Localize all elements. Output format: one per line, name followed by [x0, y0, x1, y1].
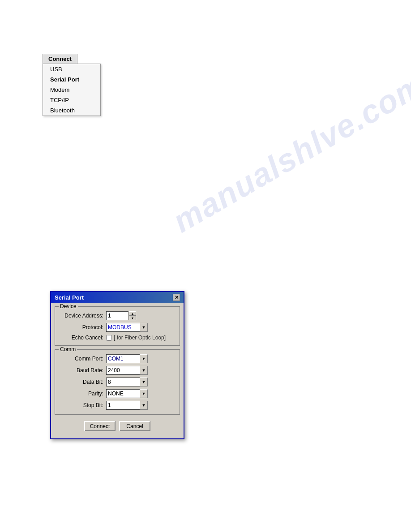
device-group: Device Device Address: ▲ ▼ Protocol: — [55, 306, 180, 346]
menu-item-bluetooth[interactable]: Bluetooth — [43, 105, 100, 116]
device-address-row: Device Address: ▲ ▼ — [59, 311, 176, 320]
watermark-text: manualshlve.com — [167, 66, 411, 240]
device-group-label: Device — [59, 303, 78, 309]
stop-bit-label: Stop Bit: — [59, 402, 103, 408]
stop-bit-row: Stop Bit: 1 2 ▼ — [59, 401, 176, 410]
echo-cancel-row: Echo Cancel: [ for Fiber Optic Loop] — [59, 335, 176, 341]
connect-menu: Connect USB Serial Port Modem TCP/IP Blu… — [43, 54, 101, 116]
baud-rate-select-wrapper: 1200 2400 4800 9600 19200 38400 ▼ — [106, 366, 148, 375]
dialog-close-button[interactable]: ✕ — [173, 294, 180, 301]
menu-item-usb[interactable]: USB — [43, 64, 100, 74]
comm-port-select[interactable]: COM1 COM2 COM3 COM4 — [106, 354, 148, 363]
echo-cancel-hint: [ for Fiber Optic Loop] — [114, 335, 166, 341]
echo-cancel-checkbox[interactable] — [106, 335, 112, 341]
comm-port-label: Comm Port: — [59, 356, 103, 362]
baud-rate-row: Baud Rate: 1200 2400 4800 9600 19200 384… — [59, 366, 176, 375]
comm-group: Comm Comm Port: COM1 COM2 COM3 COM4 ▼ — [55, 349, 180, 415]
echo-cancel-wrapper: [ for Fiber Optic Loop] — [106, 335, 166, 341]
spin-up-button[interactable]: ▲ — [129, 311, 136, 316]
parity-label: Parity: — [59, 390, 103, 397]
comm-group-label: Comm — [59, 346, 77, 352]
baud-rate-label: Baud Rate: — [59, 367, 103, 373]
dialog-content: Device Device Address: ▲ ▼ Protocol: — [51, 303, 184, 438]
dialog-titlebar: Serial Port ✕ — [51, 292, 184, 303]
spinbox-buttons: ▲ ▼ — [129, 311, 136, 320]
device-address-label: Device Address: — [59, 313, 103, 319]
menu-item-serial-port[interactable]: Serial Port — [43, 74, 100, 85]
spin-down-button[interactable]: ▼ — [129, 316, 136, 320]
protocol-label: Protocol: — [59, 324, 103, 330]
parity-select-wrapper: NONE EVEN ODD ▼ — [106, 389, 148, 398]
connect-menu-header[interactable]: Connect — [43, 54, 77, 64]
parity-select[interactable]: NONE EVEN ODD — [106, 389, 148, 398]
device-address-input[interactable] — [106, 311, 128, 320]
data-bit-select[interactable]: 7 8 — [106, 378, 148, 386]
dialog-title: Serial Port — [55, 294, 84, 301]
dialog-buttons: Connect Cancel — [55, 418, 180, 435]
connect-menu-dropdown: USB Serial Port Modem TCP/IP Bluetooth — [43, 64, 101, 116]
stop-bit-select[interactable]: 1 2 — [106, 401, 148, 410]
menu-item-tcpip[interactable]: TCP/IP — [43, 95, 100, 105]
data-bit-row: Data Bit: 7 8 ▼ — [59, 378, 176, 386]
connect-button[interactable]: Connect — [84, 421, 116, 431]
menu-item-modem[interactable]: Modem — [43, 85, 100, 95]
comm-port-row: Comm Port: COM1 COM2 COM3 COM4 ▼ — [59, 354, 176, 363]
parity-row: Parity: NONE EVEN ODD ▼ — [59, 389, 176, 398]
baud-rate-select[interactable]: 1200 2400 4800 9600 19200 38400 — [106, 366, 148, 375]
data-bit-select-wrapper: 7 8 ▼ — [106, 378, 148, 386]
protocol-select-wrapper: MODBUS DF1 DNP3 ▼ — [106, 323, 148, 332]
protocol-row: Protocol: MODBUS DF1 DNP3 ▼ — [59, 323, 176, 332]
cancel-button[interactable]: Cancel — [119, 421, 150, 431]
comm-port-select-wrapper: COM1 COM2 COM3 COM4 ▼ — [106, 354, 148, 363]
data-bit-label: Data Bit: — [59, 379, 103, 385]
protocol-select[interactable]: MODBUS DF1 DNP3 — [106, 323, 148, 332]
echo-cancel-label: Echo Cancel: — [59, 335, 103, 341]
device-address-spinbox: ▲ ▼ — [106, 311, 136, 320]
stop-bit-select-wrapper: 1 2 ▼ — [106, 401, 148, 410]
serial-port-dialog: Serial Port ✕ Device Device Address: ▲ ▼ — [50, 291, 184, 439]
